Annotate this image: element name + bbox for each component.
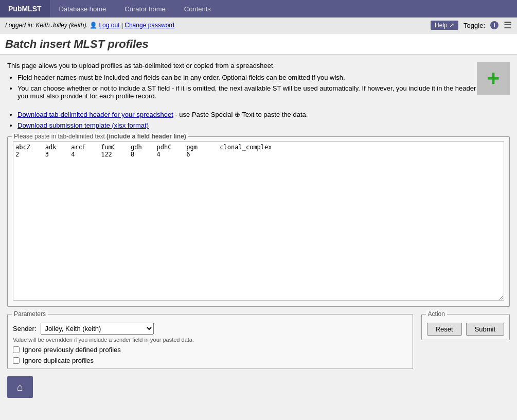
main-content: + This page allows you to upload profile…	[0, 55, 517, 420]
link-item-1: Download tab-delimited header for your s…	[17, 111, 510, 118]
home-button[interactable]: ⌂	[7, 376, 33, 398]
ignore-duplicates-label: Ignore duplicate profiles	[23, 357, 94, 364]
login-info: Logged in: Keith Jolley (keith). 👤 Log o…	[5, 22, 174, 29]
pubmlst-brand[interactable]: PubMLST	[0, 0, 50, 18]
logout-link[interactable]: Log out	[99, 22, 119, 29]
download-template-link[interactable]: Download submission template (xlsx forma…	[17, 121, 149, 129]
parameters-legend: Parameters	[12, 310, 48, 318]
help-button[interactable]: Help ↗	[431, 21, 458, 30]
link-suffix: - use Paste Special ⊕ Text to paste the …	[175, 111, 308, 118]
ignore-duplicates-checkbox[interactable]	[13, 357, 20, 364]
bottom-sections: Parameters Sender: Jolley, Keith (keith)…	[7, 314, 510, 369]
add-icon-box[interactable]: +	[477, 62, 510, 95]
sender-row: Sender: Jolley, Keith (keith)	[13, 323, 407, 335]
sender-select[interactable]: Jolley, Keith (keith)	[41, 323, 154, 335]
info-section: This page allows you to upload profiles …	[7, 62, 510, 129]
toggle-label: Toggle:	[463, 22, 485, 29]
value-override-text: Value will be overridden if you include …	[13, 337, 407, 343]
ignore-profiles-row: Ignore previously defined profiles	[13, 346, 407, 354]
logged-in-text: Logged in: Keith Jolley (keith).	[5, 22, 88, 29]
paste-textarea[interactable]: abcZ adk arcE fumC gdh pdhC pgm clonal_c…	[13, 141, 504, 301]
nav-database-home[interactable]: Database home	[50, 0, 116, 18]
info-icon[interactable]: i	[490, 21, 498, 29]
plus-icon: +	[487, 67, 500, 89]
page-title-bar: Batch insert MLST profiles	[0, 33, 517, 55]
change-password-link[interactable]: Change password	[124, 22, 174, 29]
nav-contents[interactable]: Contents	[175, 0, 220, 18]
download-header-link[interactable]: Download tab-delimited header for your s…	[17, 111, 173, 118]
ignore-profiles-label: Ignore previously defined profiles	[23, 346, 121, 354]
top-navigation: PubMLST Database home Curator home Conte…	[0, 0, 517, 18]
ignore-duplicates-row: Ignore duplicate profiles	[13, 357, 407, 364]
bullet-1: Field header names must be included and …	[17, 74, 510, 81]
action-section: Action Reset Submit	[421, 314, 510, 340]
action-buttons: Reset Submit	[427, 323, 504, 336]
textarea-legend: Please paste in tab-delimited text (incl…	[12, 133, 188, 140]
sender-label: Sender:	[13, 325, 37, 332]
home-button-container: ⌂	[7, 376, 510, 398]
link-item-2: Download submission template (xlsx forma…	[17, 121, 510, 129]
bullet-list: Field header names must be included and …	[17, 74, 510, 100]
textarea-section: Please paste in tab-delimited text (incl…	[7, 136, 510, 307]
right-controls: Help ↗ Toggle: i ☰	[431, 20, 512, 31]
info-bar: Logged in: Keith Jolley (keith). 👤 Log o…	[0, 18, 517, 33]
reset-button[interactable]: Reset	[427, 323, 462, 336]
link-list: Download tab-delimited header for your s…	[17, 111, 510, 129]
ignore-profiles-checkbox[interactable]	[13, 346, 20, 353]
action-legend: Action	[426, 310, 447, 318]
nav-curator-home[interactable]: Curator home	[115, 0, 174, 18]
parameters-section: Parameters Sender: Jolley, Keith (keith)…	[7, 314, 413, 369]
submit-button[interactable]: Submit	[466, 323, 504, 336]
intro-text: This page allows you to upload profiles …	[7, 62, 510, 69]
bullet-2: You can choose whether or not to include…	[17, 84, 510, 100]
hamburger-menu[interactable]: ☰	[504, 20, 512, 31]
page-title: Batch insert MLST profiles	[5, 38, 512, 51]
